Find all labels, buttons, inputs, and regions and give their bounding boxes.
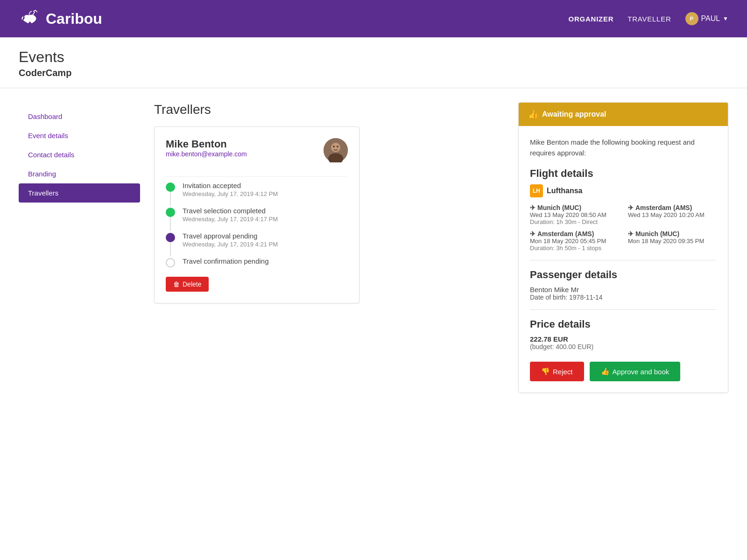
nav-traveller[interactable]: TRAVELLER xyxy=(627,15,671,23)
return-arrival-date: Mon 18 May 2020 09:35 PM xyxy=(628,238,717,245)
timeline-dot-4 xyxy=(166,258,175,267)
header-nav: ORGANIZER TRAVELLER P PAUL ▼ xyxy=(569,12,728,25)
dob-value: 1978-11-14 xyxy=(569,294,603,301)
timeline-date-1: Wednesday, July 17, 2019 4:12 PM xyxy=(183,190,278,197)
return-arrival: ✈ Munich (MUC) Mon 18 May 2020 09:35 PM xyxy=(628,230,717,252)
reject-icon: 👎 xyxy=(541,367,550,376)
thumbs-up-icon: 👍 xyxy=(528,109,538,119)
outbound-arrival-city: ✈ Amsterdam (AMS) xyxy=(628,204,717,211)
plane-arrive-icon: ✈ xyxy=(628,204,634,211)
svg-point-6 xyxy=(333,146,335,147)
timeline-status-2: Travel selection completed xyxy=(183,207,278,215)
plane-depart-icon: ✈ xyxy=(530,204,536,211)
traveller-header: Mike Benton mike.benton@example.com xyxy=(166,138,348,167)
airline-name: Lufthansa xyxy=(547,187,582,195)
price-budget: (budget: 400.00 EUR) xyxy=(530,343,717,350)
passenger-name: Benton Mike Mr xyxy=(530,286,717,294)
page-section: Events xyxy=(19,49,728,66)
plane-depart-icon-2: ✈ xyxy=(530,230,536,238)
page-event: CoderCamp xyxy=(19,68,728,78)
price-details-heading: Price details xyxy=(530,318,717,330)
passenger-details-heading: Passenger details xyxy=(530,269,717,281)
timeline-item-4: Travel confirmation pending xyxy=(166,257,348,267)
approval-body: Mike Benton made the following booking r… xyxy=(519,126,728,392)
timeline-connector-3 xyxy=(170,242,171,256)
reject-button[interactable]: 👎 Reject xyxy=(530,362,584,381)
price-amount: 222.78 EUR xyxy=(530,335,717,343)
outbound-departure-city: ✈ Munich (MUC) xyxy=(530,204,619,211)
divider-2 xyxy=(530,309,717,310)
user-menu[interactable]: P PAUL ▼ xyxy=(685,12,729,25)
user-name: PAUL xyxy=(701,14,720,23)
reject-label: Reject xyxy=(553,368,573,376)
outbound-arrival-date: Wed 13 May 2020 10:20 AM xyxy=(628,211,717,218)
timeline-status-3: Travel approval pending xyxy=(183,232,278,240)
sidebar-item-travellers[interactable]: Travellers xyxy=(19,183,140,203)
sidebar: Dashboard Event details Contact details … xyxy=(19,102,140,560)
approval-header: 👍 Awaiting approval xyxy=(519,103,728,126)
approval-intro: Mike Benton made the following booking r… xyxy=(530,137,717,158)
traveller-photo xyxy=(324,138,348,162)
approval-panel: 👍 Awaiting approval Mike Benton made the… xyxy=(518,102,728,393)
timeline-date-3: Wednesday, July 17, 2019 4:21 PM xyxy=(183,241,278,248)
timeline-connector-2 xyxy=(170,217,171,231)
trash-icon: 🗑 xyxy=(173,280,180,288)
page-content: Dashboard Event details Contact details … xyxy=(0,88,747,560)
traveller-name: Mike Benton xyxy=(166,138,247,150)
timeline-item-2: Travel selection completed Wednesday, Ju… xyxy=(166,207,348,223)
sidebar-item-contact-details[interactable]: Contact details xyxy=(19,145,140,164)
approve-icon: 👍 xyxy=(601,367,610,376)
svg-point-7 xyxy=(337,146,338,147)
nav-organizer[interactable]: ORGANIZER xyxy=(569,15,614,23)
timeline-content-3: Travel approval pending Wednesday, July … xyxy=(183,232,278,248)
airline-logo: LH xyxy=(530,184,543,197)
app-header: Caribou ORGANIZER TRAVELLER P PAUL ▼ xyxy=(0,0,747,37)
dob-label: Date of birth: xyxy=(530,294,567,301)
timeline-content-1: Invitation accepted Wednesday, July 17, … xyxy=(183,182,278,197)
sidebar-item-dashboard[interactable]: Dashboard xyxy=(19,107,140,126)
approve-button[interactable]: 👍 Approve and book xyxy=(590,362,681,381)
timeline-status-4: Travel confirmation pending xyxy=(183,257,269,265)
traveller-card: Mike Benton mike.benton@example.com xyxy=(154,126,359,303)
svg-point-1 xyxy=(24,18,27,21)
approve-label: Approve and book xyxy=(613,368,669,376)
outbound-arrival: ✈ Amsterdam (AMS) Wed 13 May 2020 10:20 … xyxy=(628,204,717,225)
timeline-dot-2 xyxy=(166,208,175,217)
timeline-connector-1 xyxy=(170,192,171,206)
sidebar-item-event-details[interactable]: Event details xyxy=(19,126,140,145)
page-header: Events CoderCamp xyxy=(0,37,747,88)
return-duration: Duration: 3h 50m - 1 stops xyxy=(530,245,619,252)
return-departure-date: Mon 18 May 2020 05:45 PM xyxy=(530,238,619,245)
traveller-email[interactable]: mike.benton@example.com xyxy=(166,150,247,158)
passenger-dob: Date of birth: 1978-11-14 xyxy=(530,294,717,301)
return-departure-city: ✈ Amsterdam (AMS) xyxy=(530,230,619,238)
delete-button[interactable]: 🗑 Delete xyxy=(166,277,209,292)
divider-1 xyxy=(530,260,717,260)
timeline-dot-1 xyxy=(166,182,175,192)
logo[interactable]: Caribou xyxy=(19,7,102,30)
action-buttons: 👎 Reject 👍 Approve and book xyxy=(530,362,717,381)
return-departure: ✈ Amsterdam (AMS) Mon 18 May 2020 05:45 … xyxy=(530,230,619,252)
sidebar-item-branding[interactable]: Branding xyxy=(19,164,140,183)
outbound-departure-date: Wed 13 May 2020 08:50 AM xyxy=(530,211,619,218)
timeline-content-4: Travel confirmation pending xyxy=(183,257,269,265)
user-avatar: P xyxy=(685,12,698,25)
return-arrival-city: ✈ Munich (MUC) xyxy=(628,230,717,238)
timeline-dot-3 xyxy=(166,233,175,242)
app-name: Caribou xyxy=(46,10,102,28)
timeline-item-3: Travel approval pending Wednesday, July … xyxy=(166,232,348,248)
delete-label: Delete xyxy=(183,280,201,288)
timeline-item-1: Invitation accepted Wednesday, July 17, … xyxy=(166,182,348,197)
plane-arrive-icon-2: ✈ xyxy=(628,230,634,238)
timeline-status-1: Invitation accepted xyxy=(183,182,278,189)
approval-header-text: Awaiting approval xyxy=(542,110,606,119)
outbound-duration: Duration: 1h 30m - Direct xyxy=(530,218,619,225)
outbound-departure: ✈ Munich (MUC) Wed 13 May 2020 08:50 AM … xyxy=(530,204,619,225)
main-content: Travellers Mike Benton mike.benton@examp… xyxy=(140,102,518,560)
traveller-info: Mike Benton mike.benton@example.com xyxy=(166,138,247,167)
section-title: Travellers xyxy=(154,102,504,117)
outbound-flight: ✈ Munich (MUC) Wed 13 May 2020 08:50 AM … xyxy=(530,204,717,225)
return-flight: ✈ Amsterdam (AMS) Mon 18 May 2020 05:45 … xyxy=(530,230,717,252)
flight-details-heading: Flight details xyxy=(530,168,717,180)
timeline: Invitation accepted Wednesday, July 17, … xyxy=(166,176,348,267)
